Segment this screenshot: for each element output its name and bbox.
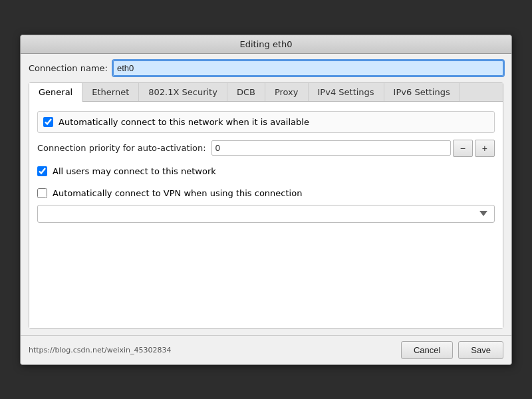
footer-url: https://blog.csdn.net/weixin_45302834 [29,346,396,354]
dialog-title: Editing eth0 [239,39,292,49]
vpn-auto-connect-row: Automatically connect to VPN when using … [37,186,495,201]
dialog-body: Connection name: General Ethernet 802.1X… [21,54,511,335]
priority-input[interactable] [211,140,451,156]
vpn-auto-connect-checkbox[interactable] [37,188,47,198]
priority-row: Connection priority for auto-activation:… [37,140,495,157]
tab-ethernet[interactable]: Ethernet [82,83,139,101]
cancel-button[interactable]: Cancel [401,341,453,359]
all-users-checkbox[interactable] [37,166,47,176]
vpn-select[interactable] [37,205,495,223]
vpn-auto-connect-label: Automatically connect to VPN when using … [53,188,302,198]
priority-minus-button[interactable]: − [453,140,473,157]
tab-security[interactable]: 802.1X Security [139,83,227,101]
connection-name-input[interactable] [113,61,503,76]
connection-name-label: Connection name: [29,63,108,73]
tabs-bar: General Ethernet 802.1X Security DCB Pro… [29,83,503,102]
auto-connect-row: Automatically connect to this network wh… [37,111,495,133]
tab-proxy[interactable]: Proxy [265,83,309,101]
editing-dialog: Editing eth0 Connection name: General Et… [20,35,512,365]
priority-label: Connection priority for auto-activation: [37,143,206,153]
vpn-dropdown-row [37,205,495,223]
auto-connect-label: Automatically connect to this network wh… [59,117,309,127]
priority-plus-button[interactable]: + [475,140,495,157]
tab-dcb[interactable]: DCB [227,83,265,101]
tab-ipv4[interactable]: IPv4 Settings [309,83,384,101]
all-users-row: All users may connect to this network [37,164,495,179]
tab-ipv6[interactable]: IPv6 Settings [384,83,460,101]
all-users-label: All users may connect to this network [53,166,216,176]
tab-content-general: Automatically connect to this network wh… [29,102,503,328]
auto-connect-checkbox[interactable] [43,117,53,127]
dialog-footer: https://blog.csdn.net/weixin_45302834 Ca… [21,335,511,364]
tabs-container: General Ethernet 802.1X Security DCB Pro… [29,82,503,329]
save-button[interactable]: Save [458,341,503,359]
tab-general[interactable]: General [29,83,82,102]
dialog-titlebar: Editing eth0 [21,35,511,54]
connection-name-row: Connection name: [29,61,503,76]
